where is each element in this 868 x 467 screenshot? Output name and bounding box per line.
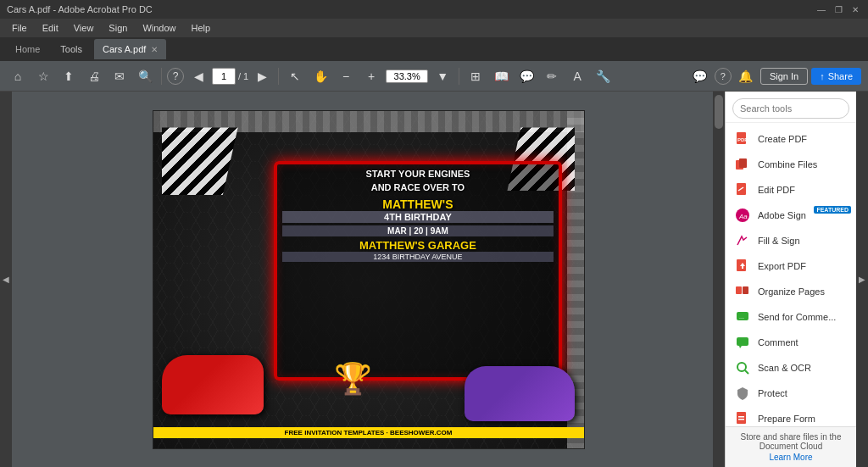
svg-rect-20 bbox=[738, 419, 744, 420]
search-tools-input[interactable] bbox=[732, 98, 849, 119]
titlebar: Cars A.pdf - Adobe Acrobat Pro DC — ❐ ✕ bbox=[0, 0, 868, 19]
signin-button[interactable]: Sign In bbox=[760, 68, 808, 85]
svg-rect-14 bbox=[737, 337, 748, 346]
help-panel-icon[interactable]: ? bbox=[715, 68, 732, 85]
upload-icon[interactable]: ⬆ bbox=[58, 65, 80, 87]
scan-ocr-icon bbox=[734, 359, 751, 376]
tool-item-fill-sign[interactable]: Fill & Sign bbox=[726, 228, 856, 253]
right-panel-toggle[interactable]: ▶ bbox=[856, 92, 868, 467]
menu-view[interactable]: View bbox=[67, 21, 101, 35]
cursor-icon[interactable]: ↖ bbox=[284, 65, 306, 87]
tools-panel-footer: Store and share files in the Document Cl… bbox=[726, 426, 856, 467]
zoom-out-button[interactable]: − bbox=[335, 65, 357, 87]
notification-icon[interactable]: 🔔 bbox=[735, 65, 757, 87]
toolbar-separator-2 bbox=[278, 68, 279, 85]
combine-files-label: Combine Files bbox=[758, 159, 817, 170]
learn-more-link[interactable]: Learn More bbox=[732, 453, 849, 462]
tab-close-button[interactable]: ✕ bbox=[151, 45, 158, 54]
trophy-icon: 🏆 bbox=[334, 361, 368, 408]
menu-sign[interactable]: Sign bbox=[102, 21, 134, 35]
menu-edit[interactable]: Edit bbox=[36, 21, 65, 35]
pdf-garage: MATTHEW'S GARAGE bbox=[282, 239, 554, 252]
tools-list: PDFCreate PDFCombine FilesEdit PDFAaAdob… bbox=[726, 123, 856, 426]
tab-document[interactable]: Cars A.pdf ✕ bbox=[94, 39, 166, 59]
search-icon[interactable]: 🔍 bbox=[134, 65, 156, 87]
tool-item-protect[interactable]: Protect bbox=[726, 381, 856, 406]
tool-item-combine-files[interactable]: Combine Files bbox=[726, 152, 856, 177]
combine-files-icon bbox=[734, 156, 751, 173]
view-options-icon[interactable]: ⊞ bbox=[465, 65, 487, 87]
pen-icon[interactable]: ✏ bbox=[541, 65, 563, 87]
highlight-icon[interactable]: A bbox=[566, 65, 588, 87]
print-icon[interactable]: 🖨 bbox=[83, 65, 105, 87]
send-comment-icon: ... bbox=[734, 309, 751, 325]
create-pdf-label: Create PDF bbox=[758, 134, 807, 144]
create-pdf-icon: PDF bbox=[734, 131, 751, 147]
prepare-form-icon bbox=[734, 410, 751, 426]
svg-rect-10 bbox=[736, 286, 742, 294]
read-mode-icon[interactable]: 📖 bbox=[490, 65, 512, 87]
car-mcqueen bbox=[162, 355, 264, 414]
tool-item-send-comment[interactable]: ...Send for Comme... bbox=[726, 304, 856, 330]
comment-icon[interactable]: 💬 bbox=[515, 65, 537, 87]
menubar: File Edit View Sign Window Help bbox=[0, 19, 868, 37]
pdf-date: MAR | 20 | 9AM bbox=[282, 225, 554, 236]
titlebar-title: Cars A.pdf - Adobe Acrobat Pro DC bbox=[7, 4, 153, 14]
bookmark-icon[interactable]: ☆ bbox=[32, 65, 54, 87]
pdf-text-content: START YOUR ENGINES AND RACE OVER TO MATT… bbox=[282, 168, 554, 262]
zoom-dropdown-button[interactable]: ▼ bbox=[431, 65, 453, 87]
tool-item-create-pdf[interactable]: PDFCreate PDF bbox=[726, 126, 856, 152]
tools-panel-header bbox=[726, 92, 856, 123]
pdf-viewport[interactable]: START YOUR ENGINES AND RACE OVER TO MATT… bbox=[12, 92, 725, 467]
export-pdf-label: Export PDF bbox=[758, 261, 806, 271]
home-toolbar-icon[interactable]: ⌂ bbox=[7, 65, 29, 87]
page-navigation: ◀ / 1 ▶ bbox=[187, 65, 273, 87]
pdf-scrollbar-thumb[interactable] bbox=[715, 95, 723, 129]
pdf-scrollbar[interactable] bbox=[713, 92, 725, 467]
tool-item-edit-pdf[interactable]: Edit PDF bbox=[726, 177, 856, 203]
tools-icon[interactable]: 🔧 bbox=[592, 65, 614, 87]
pdf-address: 1234 BIRTHDAY AVENUE bbox=[282, 252, 554, 262]
tool-item-prepare-form[interactable]: Prepare Form bbox=[726, 406, 856, 426]
tabbar: Home Tools Cars A.pdf ✕ bbox=[0, 37, 868, 61]
svg-rect-18 bbox=[737, 412, 746, 424]
export-pdf-icon bbox=[734, 258, 751, 275]
mail-icon[interactable]: ✉ bbox=[108, 65, 131, 87]
help-icon[interactable]: ? bbox=[167, 68, 184, 85]
prepare-form-label: Prepare Form bbox=[758, 414, 815, 424]
close-button[interactable]: ✕ bbox=[849, 3, 861, 15]
zoom-in-button[interactable]: + bbox=[360, 65, 382, 87]
tool-item-comment[interactable]: Comment bbox=[726, 330, 856, 355]
scan-ocr-label: Scan & OCR bbox=[758, 363, 811, 373]
pdf-bottom-text: FREE INVITATION TEMPLATES · BEESHOWER.CO… bbox=[153, 427, 584, 438]
pdf-name: MATTHEW'S bbox=[282, 197, 554, 211]
svg-rect-3 bbox=[739, 158, 747, 168]
comments-panel-icon[interactable]: 💬 bbox=[689, 65, 711, 87]
menu-window[interactable]: Window bbox=[136, 21, 182, 35]
tool-item-organize-pages[interactable]: Organize Pages bbox=[726, 279, 856, 304]
page-number-input[interactable] bbox=[212, 68, 236, 85]
tool-item-export-pdf[interactable]: Export PDF bbox=[726, 253, 856, 279]
page-total: 1 bbox=[243, 71, 248, 81]
left-panel-toggle[interactable]: ◀ bbox=[0, 92, 12, 467]
toolbar-separator-3 bbox=[459, 68, 459, 85]
pdf-page: START YOUR ENGINES AND RACE OVER TO MATT… bbox=[153, 110, 585, 449]
toolbar: ⌂ ☆ ⬆ 🖨 ✉ 🔍 ? ◀ / 1 ▶ ↖ ✋ − + 33.3% ▼ ⊞ … bbox=[0, 61, 868, 92]
zoom-level[interactable]: 33.3% bbox=[386, 69, 428, 83]
tool-item-adobe-sign[interactable]: AaAdobe SignFEATURED bbox=[726, 203, 856, 228]
tool-item-scan-ocr[interactable]: Scan & OCR bbox=[726, 355, 856, 381]
prev-page-button[interactable]: ◀ bbox=[187, 65, 209, 87]
page-separator: / bbox=[238, 71, 241, 81]
hand-icon[interactable]: ✋ bbox=[309, 65, 331, 87]
tab-tools[interactable]: Tools bbox=[52, 39, 91, 59]
tab-home[interactable]: Home bbox=[7, 39, 48, 59]
next-page-button[interactable]: ▶ bbox=[251, 65, 273, 87]
menu-file[interactable]: File bbox=[5, 21, 34, 35]
restore-button[interactable]: ❐ bbox=[832, 3, 844, 15]
right-tools-panel: PDFCreate PDFCombine FilesEdit PDFAaAdob… bbox=[725, 92, 856, 467]
share-button[interactable]: ↑ Share bbox=[811, 68, 861, 85]
comment-icon bbox=[734, 334, 751, 351]
svg-marker-15 bbox=[739, 346, 742, 348]
minimize-button[interactable]: — bbox=[815, 3, 827, 15]
menu-help[interactable]: Help bbox=[185, 21, 218, 35]
